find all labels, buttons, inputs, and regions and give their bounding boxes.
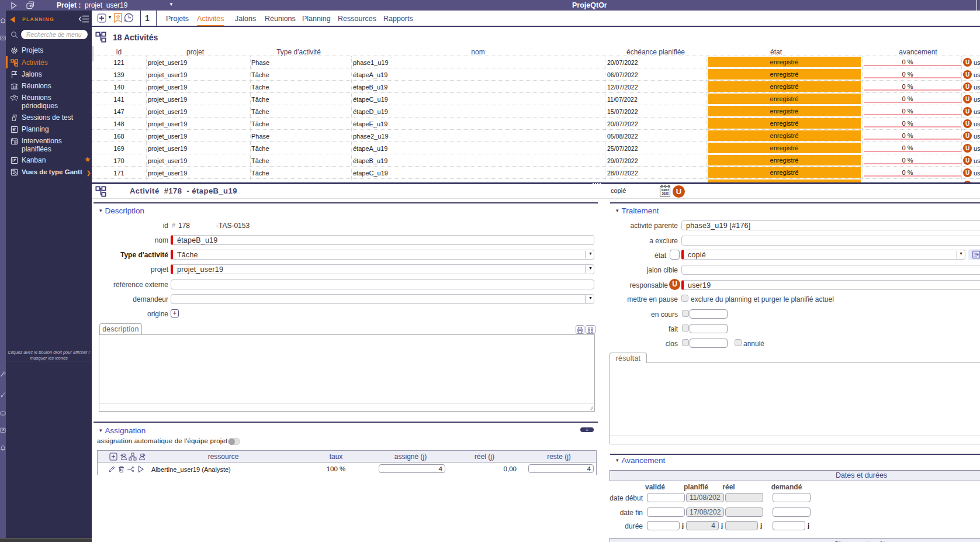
svg-text:04/07: 04/07 bbox=[662, 188, 669, 192]
svg-text:2022: 2022 bbox=[662, 192, 669, 195]
